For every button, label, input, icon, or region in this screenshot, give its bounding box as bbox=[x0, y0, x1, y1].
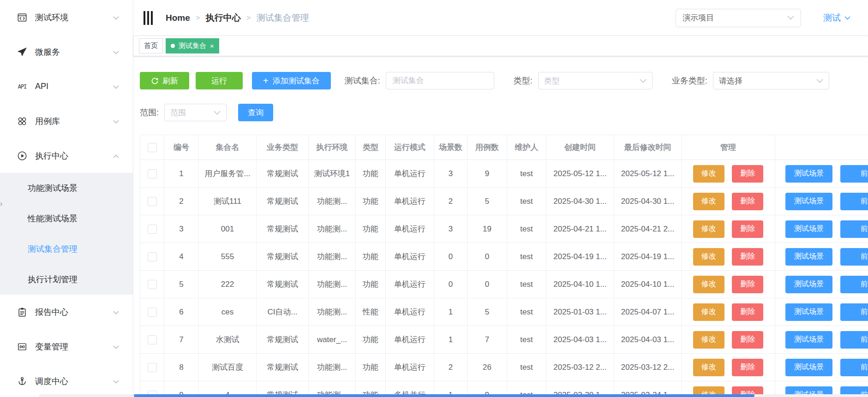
anchor-icon bbox=[17, 376, 28, 387]
plus-icon: + bbox=[263, 76, 269, 86]
col-header-manage: 管理 bbox=[682, 135, 775, 160]
cell-maintainer: test bbox=[507, 354, 546, 381]
run-button[interactable]: 运行 bbox=[196, 72, 243, 89]
delete-button[interactable]: 删除 bbox=[732, 303, 763, 321]
close-icon[interactable]: × bbox=[210, 42, 214, 49]
delete-button[interactable]: 删除 bbox=[732, 193, 763, 210]
row-checkbox[interactable] bbox=[148, 252, 157, 261]
cell-name: 001 bbox=[199, 215, 257, 243]
row-checkbox[interactable] bbox=[148, 225, 157, 234]
chevron-down-icon bbox=[113, 82, 119, 91]
chevron-down-icon bbox=[816, 79, 823, 83]
sidebar-item-variable-mgmt[interactable]: 变量管理 bbox=[0, 329, 133, 364]
select-all-checkbox[interactable] bbox=[148, 143, 157, 152]
collection-filter-input[interactable] bbox=[386, 72, 494, 89]
edit-button[interactable]: 修改 bbox=[693, 165, 724, 183]
tab-home[interactable]: 首页 bbox=[139, 38, 163, 53]
cell-manage: 修改 删除 bbox=[682, 243, 775, 271]
delete-button[interactable]: 删除 bbox=[732, 359, 763, 376]
breadcrumb-exec-center[interactable]: 执行中心 bbox=[206, 12, 241, 24]
drawer-handle-icon[interactable]: › bbox=[0, 198, 5, 209]
sidebar-item-test-collection-mgmt[interactable]: 测试集合管理 bbox=[0, 234, 133, 264]
sidebar-item-microservice[interactable]: 微服务 bbox=[0, 35, 133, 69]
cell-modified: 2025-04-21 2... bbox=[614, 215, 682, 243]
type-filter-select[interactable]: 类型 bbox=[538, 72, 652, 89]
edit-button[interactable]: 修改 bbox=[693, 303, 724, 321]
tab-label: 测试集合 bbox=[179, 41, 206, 50]
pre-condition-button[interactable]: 前置 bbox=[840, 220, 868, 238]
pre-condition-button[interactable]: 前置 bbox=[840, 193, 868, 210]
pre-condition-button[interactable]: 前置 bbox=[840, 359, 868, 376]
test-scenes-button[interactable]: 测试场景 bbox=[785, 359, 832, 376]
sidebar-item-functional-test-scene[interactable]: 功能测试场景 bbox=[0, 173, 133, 203]
sidebar-item-case-library[interactable]: 用例库 bbox=[0, 104, 133, 138]
sidebar-item-test-env[interactable]: 测试环境 bbox=[0, 0, 133, 35]
row-checkbox[interactable] bbox=[148, 169, 157, 178]
row-checkbox[interactable] bbox=[148, 363, 157, 372]
breadcrumb-home[interactable]: Home bbox=[166, 13, 190, 23]
cell-modified: 2025-04-07 1... bbox=[614, 298, 682, 326]
pre-condition-button[interactable]: 前置 bbox=[840, 303, 868, 321]
sidebar-item-label: 变量管理 bbox=[35, 341, 68, 352]
test-scenes-button[interactable]: 测试场景 bbox=[785, 276, 832, 293]
delete-button[interactable]: 删除 bbox=[732, 220, 763, 238]
cell-mode: 单机运行 bbox=[386, 326, 434, 354]
project-select[interactable]: 演示项目 bbox=[676, 9, 801, 27]
sidebar-item-schedule-center[interactable]: 调度中心 bbox=[0, 364, 133, 397]
delete-button[interactable]: 删除 bbox=[732, 276, 763, 293]
sidebar-item-performance-test-scene[interactable]: 性能测试场景 bbox=[0, 203, 133, 234]
scope-select[interactable]: 范围 bbox=[164, 104, 227, 121]
pre-condition-button[interactable]: 前置 bbox=[840, 165, 868, 183]
cell-num: 1 bbox=[164, 160, 199, 188]
horizontal-scrollbar-thumb[interactable] bbox=[134, 394, 754, 397]
edit-button[interactable]: 修改 bbox=[693, 359, 724, 376]
sidebar-toggle-icon[interactable] bbox=[142, 9, 155, 27]
add-collection-button[interactable]: + 添加测试集合 bbox=[252, 72, 331, 89]
edit-button[interactable]: 修改 bbox=[693, 331, 724, 349]
edit-button[interactable]: 修改 bbox=[693, 193, 724, 210]
business-type-select[interactable]: 请选择 bbox=[713, 72, 829, 89]
add-button-label: 添加测试集合 bbox=[273, 76, 320, 86]
test-scenes-button[interactable]: 测试场景 bbox=[785, 220, 832, 238]
sidebar-item-exec-center[interactable]: 执行中心 bbox=[0, 138, 133, 173]
exec-center-submenu: 功能测试场景 性能测试场景 测试集合管理 执行计划管理 bbox=[0, 173, 133, 295]
row-checkbox[interactable] bbox=[148, 308, 157, 317]
chevron-down-icon bbox=[640, 79, 647, 83]
delete-button[interactable]: 删除 bbox=[732, 331, 763, 349]
tab-test-collection[interactable]: 测试集合 × bbox=[166, 38, 219, 53]
cell-scenes: 0 bbox=[434, 243, 467, 271]
row-checkbox[interactable] bbox=[148, 335, 157, 344]
test-scenes-button[interactable]: 测试场景 bbox=[785, 331, 832, 349]
sidebar-item-api[interactable]: API API bbox=[0, 69, 133, 104]
sidebar-item-report-center[interactable]: 报告中心 bbox=[0, 295, 133, 329]
delete-button[interactable]: 删除 bbox=[732, 248, 763, 266]
delete-button[interactable]: 删除 bbox=[732, 165, 763, 183]
app-window: 测试环境 微服务 API API 用例库 执行中心 bbox=[0, 0, 868, 397]
edit-button[interactable]: 修改 bbox=[693, 276, 724, 293]
cell-manage: 修改 删除 bbox=[682, 188, 775, 215]
cell-actions: 测试场景 前置 bbox=[775, 298, 868, 326]
cell-num: 5 bbox=[164, 271, 199, 298]
test-scenes-button[interactable]: 测试场景 bbox=[785, 193, 832, 210]
row-checkbox[interactable] bbox=[148, 197, 157, 206]
edit-button[interactable]: 修改 bbox=[693, 248, 724, 266]
test-scenes-button[interactable]: 测试场景 bbox=[785, 248, 832, 266]
pre-condition-button[interactable]: 前置 bbox=[840, 276, 868, 293]
cell-mode: 单机运行 bbox=[386, 215, 434, 243]
cell-name: 水测试 bbox=[199, 326, 257, 354]
row-checkbox[interactable] bbox=[148, 280, 157, 289]
sidebar-item-exec-plan-mgmt[interactable]: 执行计划管理 bbox=[0, 264, 133, 295]
table-row: 6 ces CI自动... 功能测... 性能 单机运行 1 5 test 20… bbox=[140, 298, 868, 326]
test-scenes-button[interactable]: 测试场景 bbox=[785, 303, 832, 321]
search-button[interactable]: 查询 bbox=[238, 104, 273, 121]
table-header-row: 编号 集合名 业务类型 执行环境 类型 运行模式 场景数 用例数 维护人 创建时… bbox=[140, 135, 868, 160]
pre-condition-button[interactable]: 前置 bbox=[840, 248, 868, 266]
sidebar-subitem-label: 测试集合管理 bbox=[28, 243, 78, 255]
pre-condition-button[interactable]: 前置 bbox=[840, 331, 868, 349]
edit-button[interactable]: 修改 bbox=[693, 220, 724, 238]
search-button-label: 查询 bbox=[248, 107, 263, 118]
refresh-button[interactable]: 刷新 bbox=[140, 72, 189, 89]
col-header-type: 类型 bbox=[356, 135, 386, 160]
test-scenes-button[interactable]: 测试场景 bbox=[785, 165, 832, 183]
user-menu[interactable]: 测试 bbox=[823, 12, 850, 24]
